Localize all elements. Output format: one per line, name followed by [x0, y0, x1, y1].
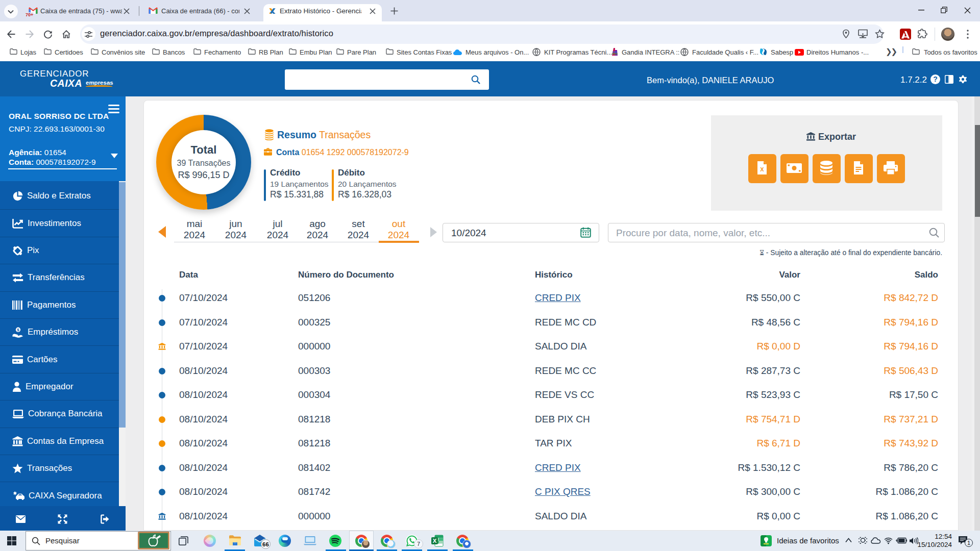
svg-text:X: X [760, 166, 764, 172]
svg-text:X: X [433, 538, 437, 544]
svg-text:$: $ [17, 328, 19, 332]
